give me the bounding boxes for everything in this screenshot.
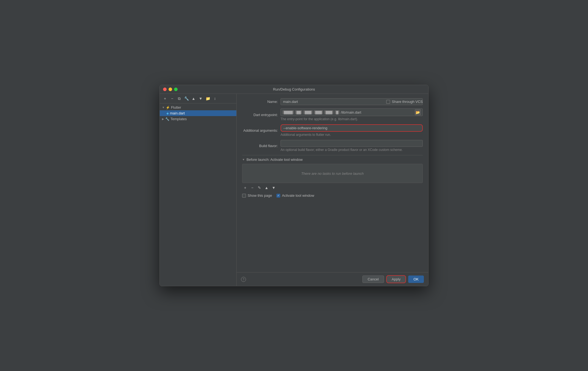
down-button[interactable]: ▼ [198, 95, 204, 102]
build-flavor-row: Build flavor: An optional build flavor; … [242, 140, 423, 152]
bl-up-button[interactable]: ▲ [264, 185, 270, 191]
additional-args-hint: Additional arguments to flutter run. [281, 133, 423, 137]
help-section: ? [241, 277, 246, 282]
folder-button[interactable]: 📁 [205, 95, 211, 102]
path-seg-2: ▓▓ [295, 110, 302, 114]
path-seg-1: ▓▓▓▓ [282, 110, 294, 114]
window-title: Run/Debug Configurations [273, 87, 315, 91]
wrench-button[interactable]: 🔧 [183, 95, 189, 102]
entrypoint-wrapper[interactable]: ▓▓▓▓ ▓▓ ▓▓▓ ▓▓▓ ▓▓▓ ▓ /lib/main.dart 📂 [281, 108, 423, 116]
additional-args-label: Additional arguments: [242, 128, 281, 133]
share-vcs-label: Share through VCS [392, 100, 423, 104]
bl-add-button[interactable]: + [242, 185, 248, 191]
add-config-button[interactable]: + [162, 95, 168, 102]
sidebar-toolbar: + − ⧉ 🔧 ▲ ▼ 📁 [160, 94, 236, 103]
browse-button[interactable]: 📂 [415, 109, 421, 115]
sidebar-item-main-dart[interactable]: ◈ main.dart [160, 110, 236, 116]
up-button[interactable]: ▲ [191, 95, 197, 102]
wrench-icon: 🔧 [165, 117, 169, 121]
name-label: Name: [242, 100, 281, 104]
dart-entrypoint-field: ▓▓▓▓ ▓▓ ▓▓▓ ▓▓▓ ▓▓▓ ▓ /lib/main.dart 📂 T… [281, 108, 423, 121]
titlebar: Run/Debug Configurations [160, 85, 428, 94]
before-launch-panel: There are no tasks to run before launch [242, 164, 423, 183]
share-vcs-container: Share through VCS [386, 100, 423, 104]
help-icon[interactable]: ? [241, 277, 246, 282]
minimize-button[interactable] [169, 88, 172, 91]
show-page-label: Show this page [248, 193, 272, 198]
activate-tool-checkbox[interactable] [276, 194, 280, 198]
separator [242, 155, 423, 155]
dart-entrypoint-label: Dart entrypoint: [242, 113, 281, 117]
activate-tool-label: Activate tool window [282, 193, 314, 198]
activate-tool-checkbox-item[interactable]: Activate tool window [276, 193, 314, 198]
cancel-button[interactable]: Cancel [362, 276, 384, 283]
show-page-checkbox-item[interactable]: Show this page [242, 193, 272, 198]
main-dart-label: main.dart [170, 111, 185, 115]
flutter-icon: ⚡ [166, 106, 170, 109]
main-layout: + − ⧉ 🔧 ▲ ▼ 📁 [160, 94, 428, 286]
sidebar-tree: ▼ ⚡ Flutter ◈ main.dart ▶ 🔧 Templates [160, 103, 236, 286]
templates-label: Templates [170, 117, 187, 121]
path-text: /lib/main.dart [341, 110, 361, 114]
dart-entrypoint-row: Dart entrypoint: ▓▓▓▓ ▓▓ ▓▓▓ ▓▓▓ ▓▓▓ ▓ /… [242, 108, 423, 121]
sidebar: + − ⧉ 🔧 ▲ ▼ 📁 [160, 94, 237, 286]
path-seg-6: ▓ [335, 110, 340, 114]
path-seg-3: ▓▓▓ [303, 110, 313, 114]
path-seg-5: ▓▓▓ [324, 110, 334, 114]
dart-hint: The entry-point for the application (e.g… [281, 117, 423, 121]
flutter-label: Flutter [171, 105, 181, 109]
bl-edit-button[interactable]: ✎ [256, 185, 262, 191]
bl-down-button[interactable]: ▼ [271, 185, 277, 191]
name-row: Name: Share through VCS [242, 98, 423, 105]
before-launch-header: ▼ Before launch: Activate tool window [242, 158, 423, 162]
build-flavor-input[interactable] [281, 140, 423, 147]
flutter-arrow: ▼ [162, 106, 165, 109]
copy-config-button[interactable]: ⧉ [176, 95, 182, 102]
build-flavor-hint: An optional build flavor; either a Gradl… [281, 148, 423, 152]
dialog-window: Run/Debug Configurations + − ⧉ 🔧 ▲ [159, 85, 429, 286]
build-flavor-label: Build flavor: [242, 144, 281, 148]
maximize-button[interactable] [174, 88, 178, 91]
templates-arrow: ▶ [162, 117, 164, 120]
checkboxes-row: Show this page Activate tool window [242, 193, 423, 198]
config-form: Name: Share through VCS Dart entrypoint:… [237, 94, 428, 272]
share-vcs-checkbox[interactable] [386, 100, 390, 104]
build-flavor-field: An optional build flavor; either a Gradl… [281, 140, 423, 152]
bottom-bar: ? Cancel Apply OK [237, 272, 428, 286]
show-page-checkbox[interactable] [242, 194, 246, 198]
apply-button[interactable]: Apply [386, 275, 406, 283]
additional-args-input[interactable] [281, 124, 423, 132]
close-button[interactable] [163, 88, 167, 91]
sidebar-item-templates[interactable]: ▶ 🔧 Templates [160, 116, 236, 122]
bl-remove-button[interactable]: − [249, 185, 255, 191]
ok-button[interactable]: OK [408, 276, 424, 283]
before-launch-toolbar: + − ✎ ▲ ▼ [242, 185, 423, 191]
before-launch-section: ▼ Before launch: Activate tool window Th… [242, 158, 423, 198]
dart-icon: ◈ [166, 111, 169, 115]
sort-button[interactable]: ↕ [212, 95, 218, 102]
sidebar-item-flutter[interactable]: ▼ ⚡ Flutter [160, 105, 236, 110]
additional-args-row: Additional arguments: Additional argumen… [242, 124, 423, 137]
remove-config-button[interactable]: − [169, 95, 175, 102]
traffic-lights [163, 88, 178, 91]
path-seg-4: ▓▓▓ [314, 110, 323, 114]
content-area: Name: Share through VCS Dart entrypoint:… [237, 94, 428, 286]
no-tasks-text: There are no tasks to run before launch [301, 172, 364, 176]
before-launch-arrow[interactable]: ▼ [242, 158, 245, 161]
additional-args-field: Additional arguments to flutter run. [281, 124, 423, 137]
before-launch-label: Before launch: Activate tool window [247, 158, 303, 162]
